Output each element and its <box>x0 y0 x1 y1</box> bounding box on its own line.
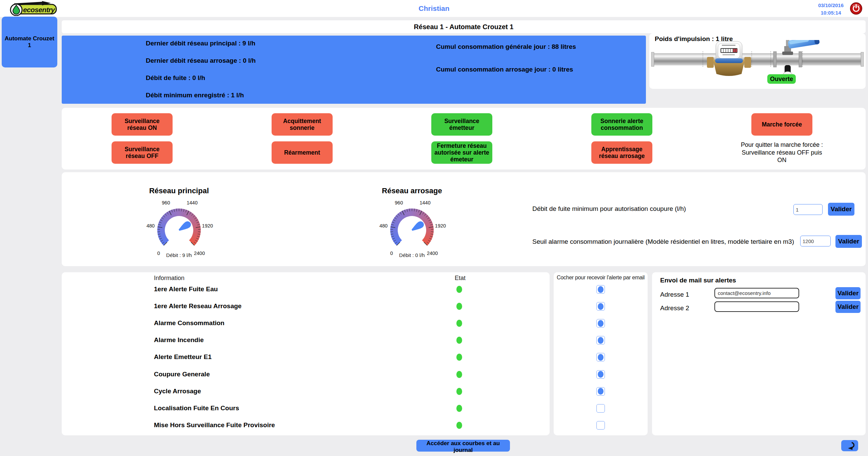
time-label: 10:05:14 <box>818 9 844 17</box>
control-button-acquittement-sonnerie[interactable]: Acquittement sonnerie <box>272 113 333 136</box>
gauge-needle <box>410 220 425 233</box>
email-panel-title: Envoi de mail sur alertes <box>660 277 736 284</box>
topbar: ecosentry Christian 03/10/2016 10:05:14 <box>0 0 868 17</box>
alerts-state-header: Etat <box>450 275 470 282</box>
status-dot-cycle-arrosage <box>456 388 462 395</box>
setting-validate-button-1[interactable]: Valider <box>828 203 854 216</box>
gauge-value-label-reseau-arrosage: Débit : 0 l/h <box>371 252 453 258</box>
gauge-tick-label: 480 <box>379 223 388 229</box>
gauge-tick-label: 960 <box>162 200 170 205</box>
email-validate-button-1[interactable]: Valider <box>835 287 861 299</box>
email-checkbox-alarme-incendie[interactable] <box>596 336 605 344</box>
alert-email-checkbox-panel: Cocher pour recevoir l'alerte par email <box>554 272 648 435</box>
gauge-reseau-arrosage: 0480960144019202400 <box>371 197 453 257</box>
forced-run-exit-note: Pour quitter la marche forcée : Surveill… <box>738 141 826 164</box>
alert-row-label-mise-hors-surveillance-fuite-provisoire: Mise Hors Surveillance Fuite Provisoire <box>154 421 275 429</box>
alerts-table-panel: InformationEtat1ere Alerte Fuite Eau1ere… <box>62 272 550 435</box>
email-checkbox-mise-hors-surveillance-fuite-provisoire[interactable] <box>596 421 605 430</box>
info-line-dernier-debit-reseau-principal: Dernier débit réseau principal : 9 l/h <box>146 40 255 47</box>
email-checkbox-1ere-alerte-reseau-arrosage[interactable] <box>596 302 605 311</box>
alerts-info-header: Information <box>154 275 184 282</box>
return-button[interactable] <box>841 440 858 451</box>
status-dot-alarme-incendie <box>456 337 462 344</box>
info-line-cumul-consommation-generale-jo: Cumul consommation générale jour : 88 li… <box>436 43 576 51</box>
gauge-tick-label: 1920 <box>435 223 446 229</box>
status-dot-1ere-alerte-reseau-arrosage <box>456 303 462 310</box>
power-icon <box>850 2 863 15</box>
alert-row-label-alarme-consommation: Alarme Consommation <box>154 319 224 327</box>
info-line-cumul-consommation-arrosage-jo: Cumul consommation arrosage jour : 0 lit… <box>436 66 573 73</box>
gauge-tick-label: 960 <box>395 200 403 205</box>
alert-row-label-alerte-emetteur-e1: Alerte Emetteur E1 <box>154 353 212 361</box>
status-dot-mise-hors-surveillance-fuite-provisoire <box>456 422 462 429</box>
pipe <box>651 53 864 65</box>
checkbox-checked-dot <box>598 388 604 395</box>
gauge-value-label-reseau-principal: Débit : 9 l/h <box>138 252 220 258</box>
email-address-label-1: Adresse 1 <box>660 291 689 298</box>
email-checkbox-cycle-arrosage[interactable] <box>596 387 605 396</box>
email-checkbox-localisation-fuite-en-cours[interactable] <box>596 404 605 413</box>
control-button-sonnerie-alerte-consommation[interactable]: Sonnerie alerte consommation <box>591 113 652 136</box>
control-button-apprentissage-reseau-arrosage[interactable]: Apprentissage réseau arrosage <box>591 141 652 164</box>
email-checkbox-1ere-alerte-fuite-eau[interactable] <box>596 285 605 294</box>
email-address-input-2[interactable] <box>714 301 799 312</box>
setting-input-1[interactable] <box>793 204 823 215</box>
status-dot-coupure-generale <box>456 371 462 378</box>
info-line-dernier-debit-reseau-arrosage-: Dernier débit réseau arrosage : 0 l/h <box>146 57 256 64</box>
checkbox-checked-dot <box>598 286 604 293</box>
gauge-tick-label: 1440 <box>186 200 197 205</box>
controls-panel: Surveillance réseau ONAcquittement sonne… <box>62 108 866 170</box>
checkbox-checked-dot <box>598 354 604 361</box>
valve-state-button[interactable]: Ouverte <box>767 74 796 84</box>
datetime: 03/10/2016 10:05:14 <box>818 2 844 17</box>
page-title: Réseau 1 - Automate Crouzet 1 <box>62 20 866 33</box>
alert-row-label-cycle-arrosage: Cycle Arrosage <box>154 388 201 395</box>
sidebar-item-automate-crouzet-1[interactable]: Automate Crouzet 1 <box>2 17 57 67</box>
water-meter-icon <box>707 41 751 76</box>
gauge-tick-label: 1920 <box>202 223 213 229</box>
gauge-title-reseau-principal: Réseau principal <box>138 186 220 195</box>
meter-panel: Poids d'impulsion : 1 litre <box>649 33 866 89</box>
gauge-tick-label: 1440 <box>419 200 430 205</box>
control-button-surveillance-reseau-off[interactable]: Surveillance réseau OFF <box>112 141 173 164</box>
gauge-title-reseau-arrosage: Réseau arrosage <box>371 186 453 195</box>
gauge-tick-label: 480 <box>146 223 155 229</box>
alert-row-label-1ere-alerte-reseau-arrosage: 1ere Alerte Reseau Arrosage <box>154 302 241 310</box>
status-dot-localisation-fuite-en-cours <box>456 405 462 412</box>
curves-journal-button[interactable]: Accéder aux courbes et au journal <box>416 440 510 452</box>
gauge-needle <box>177 220 192 233</box>
logout-power-button[interactable] <box>850 2 863 15</box>
status-dot-1ere-alerte-fuite-eau <box>456 286 462 293</box>
alert-row-label-1ere-alerte-fuite-eau: 1ere Alerte Fuite Eau <box>154 285 218 293</box>
info-line-debit-de-fuite-0-l-h: Débit de fuite : 0 l/h <box>146 74 205 82</box>
control-button-surveillance-emetteur[interactable]: Surveillance émetteur <box>431 113 492 136</box>
info-line-debit-minimum-enregistre-1-l-h: Débit minimum enregistré : 1 l/h <box>146 92 244 99</box>
checkbox-checked-dot <box>598 371 604 378</box>
logged-in-user: Christian <box>0 0 868 17</box>
alert-row-label-alarme-incendie: Alarme Incendie <box>154 336 204 344</box>
email-checkbox-coupure-generale[interactable] <box>596 370 605 379</box>
checkbox-checked-dot <box>598 303 604 310</box>
network-info-panel: Dernier débit réseau principal : 9 l/hDe… <box>62 36 646 104</box>
gauges-panel: Réseau principal0480960144019202400Débit… <box>62 172 866 266</box>
control-button-marche-forcee[interactable]: Marche forcée <box>751 113 812 136</box>
email-checkbox-alarme-consommation[interactable] <box>596 319 605 328</box>
setting-label-1: Débit de fuite minimum pour autorisation… <box>532 205 686 213</box>
control-button-fermeture-reseau-autorisee-sur-alerte-emeteur[interactable]: Fermeture réseau autorisée sur alerte ém… <box>431 141 492 164</box>
control-button-surveillance-reseau-on[interactable]: Surveillance réseau ON <box>112 113 173 136</box>
email-validate-button-2[interactable]: Valider <box>835 301 861 313</box>
alert-row-label-localisation-fuite-en-cours: Localisation Fuite En Cours <box>154 404 239 412</box>
alerts-email-header: Cocher pour recevoir l'alerte par email <box>554 275 648 281</box>
email-address-label-2: Adresse 2 <box>660 304 689 312</box>
control-button-rearmement[interactable]: Réarmement <box>272 141 333 164</box>
setting-label-2: Seuil alarme consommation journalière (M… <box>532 238 794 245</box>
water-meter-illustration <box>649 40 866 89</box>
checkbox-checked-dot <box>598 337 604 344</box>
email-address-input-1[interactable] <box>714 288 799 298</box>
email-checkbox-alerte-emetteur-e1[interactable] <box>596 353 605 361</box>
alert-row-label-coupure-generale: Coupure Generale <box>154 371 210 378</box>
setting-validate-button-2[interactable]: Valider <box>835 235 862 248</box>
setting-input-2[interactable] <box>800 236 831 246</box>
return-arrow-icon <box>844 441 856 450</box>
gauge-reseau-principal: 0480960144019202400 <box>138 197 220 257</box>
